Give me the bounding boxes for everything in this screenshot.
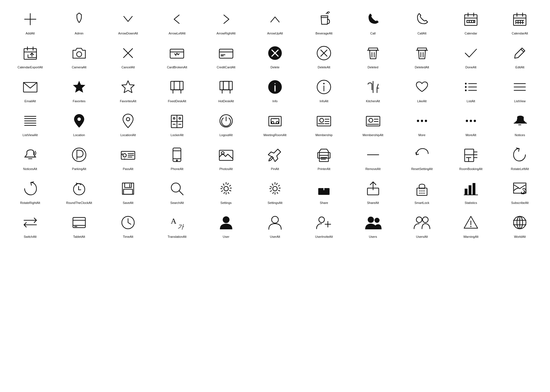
icon-info-alt: InfoAlt: [300, 73, 348, 104]
icon-locker-alt: LockerAlt: [153, 107, 202, 138]
icon-membership-alt: MembershipAlt: [348, 107, 397, 138]
svg-text:가: 가: [177, 223, 184, 230]
icon-search-alt: SearchAlt: [153, 175, 202, 206]
svg-point-149: [73, 184, 85, 195]
icon-camera-alt: CameraAlt: [55, 40, 103, 71]
icon-admin: Admin: [55, 6, 103, 37]
svg-point-163: [421, 190, 423, 191]
svg-rect-177: [73, 217, 85, 228]
icon-calendar-export-alt: CalendarExportAlt: [6, 40, 55, 71]
svg-point-119: [466, 120, 468, 122]
svg-point-194: [470, 226, 471, 227]
icon-tablet-alt: TabletAlt: [55, 209, 103, 240]
icon-credit-card-alt: CreditCardAlt: [202, 40, 250, 71]
icon-warning-alt: WarningAlt: [446, 209, 495, 240]
svg-point-69: [274, 83, 276, 84]
svg-point-103: [276, 121, 278, 124]
svg-point-77: [465, 90, 467, 91]
svg-point-184: [223, 216, 229, 223]
icon-list-view-alt: ListViewAlt: [6, 107, 55, 138]
icon-meeting-room-alt: MeetingRoomAlt: [250, 107, 299, 138]
svg-point-155: [224, 186, 228, 191]
icon-call: Call: [348, 6, 397, 37]
icon-phone-alt: PhoneAlt: [153, 141, 202, 172]
svg-rect-55: [171, 81, 183, 90]
icon-notices-alt: NoticesAlt: [6, 141, 55, 172]
svg-point-117: [421, 120, 423, 122]
icon-arrow-down-alt: ArrowDownAlt: [104, 6, 153, 37]
icon-smart-lock: SmartLock: [397, 175, 446, 206]
svg-rect-33: [219, 49, 233, 58]
icon-rotate-left-alt: RotateLeftAlt: [495, 141, 544, 172]
icon-save-alt: SaveAlt: [104, 175, 153, 206]
svg-point-118: [425, 120, 427, 122]
svg-rect-150: [125, 183, 131, 188]
icon-card-broken-alt: CardBrokenAlt: [153, 40, 202, 71]
icon-info: Info: [250, 73, 299, 104]
icon-email-alt: EmailAlt: [6, 73, 55, 104]
icon-add-alt: AddAlt: [6, 6, 55, 37]
svg-point-102: [272, 121, 274, 124]
icon-user-invite-alt: UserInviteAlt: [300, 209, 348, 240]
svg-point-72: [323, 83, 325, 84]
icon-statistics: Statistics: [446, 175, 495, 206]
icon-logout-alt: LogoutAlt: [202, 107, 250, 138]
svg-point-167: [423, 193, 425, 194]
icon-done-alt: DoneAlt: [446, 40, 495, 71]
icon-users-alt: UsersAlt: [397, 209, 446, 240]
svg-point-120: [470, 120, 472, 122]
svg-marker-54: [122, 81, 134, 93]
icon-more-alt: MoreAlt: [446, 107, 495, 138]
icon-favorites-alt: FavoritesAlt: [104, 73, 153, 104]
svg-point-166: [421, 193, 423, 194]
icon-subscribe-alt: SubscribeAlt: [495, 175, 544, 206]
svg-rect-56: [174, 81, 180, 90]
svg-point-192: [423, 217, 428, 223]
icon-pass-alt: PassAlt: [104, 141, 153, 172]
svg-line-154: [179, 191, 183, 195]
icon-user-alt: UserAlt: [250, 209, 299, 240]
icon-arrow-right-alt: ArrowRightAlt: [202, 6, 250, 37]
icon-hot-desk-alt: HotDeskAlt: [202, 73, 250, 104]
svg-text:A: A: [171, 217, 177, 225]
icon-location: Location: [55, 107, 103, 138]
icon-remove-alt: RemoveAlt: [348, 141, 397, 172]
svg-point-89: [77, 117, 81, 121]
svg-rect-151: [124, 189, 133, 194]
icon-settings: Settings: [202, 175, 250, 206]
icon-calendar-alt: CalendarAlt: [495, 6, 544, 37]
icon-photos-alt: PhotosAlt: [202, 141, 250, 172]
svg-point-95: [179, 117, 181, 119]
icon-call-alt: CallAlt: [397, 6, 446, 37]
svg-rect-60: [220, 81, 232, 90]
icon-arrow-up-alt: ArrowUpAlt: [250, 6, 299, 37]
icon-reset-setting-alt: ResetSettingAlt: [397, 141, 446, 172]
icon-location-alt: LocationAlt: [104, 107, 153, 138]
svg-point-189: [368, 217, 374, 223]
svg-rect-101: [271, 119, 279, 124]
svg-rect-171: [465, 189, 467, 195]
svg-point-185: [272, 216, 278, 223]
svg-point-165: [419, 193, 421, 194]
icon-settings-alt: SettingsAlt: [250, 175, 299, 206]
svg-point-170: [423, 188, 425, 189]
svg-point-191: [416, 217, 422, 223]
svg-point-112: [369, 118, 373, 122]
icon-users: Users: [348, 209, 397, 240]
icon-notices: Notices: [495, 107, 544, 138]
svg-point-190: [374, 218, 380, 223]
icon-rotate-right-alt: RotateRightAlt: [6, 175, 55, 206]
svg-point-168: [419, 188, 421, 189]
icon-parking-alt: ParkingAlt: [55, 141, 103, 172]
svg-point-128: [123, 154, 126, 157]
svg-point-162: [419, 190, 421, 191]
svg-point-75: [465, 83, 467, 84]
icon-deleted-alt: DeletedAlt: [397, 40, 446, 71]
icon-like-alt: LikeAlt: [397, 73, 446, 104]
icon-delete-alt: DeleteAlt: [300, 40, 348, 71]
icon-fixed-desk-alt: FixedDeskAlt: [153, 73, 202, 104]
icon-list-alt: ListAlt: [446, 73, 495, 104]
icon-printer-alt: PrinterAlt: [300, 141, 348, 172]
svg-point-76: [465, 86, 467, 88]
icon-list-view: ListView: [495, 73, 544, 104]
